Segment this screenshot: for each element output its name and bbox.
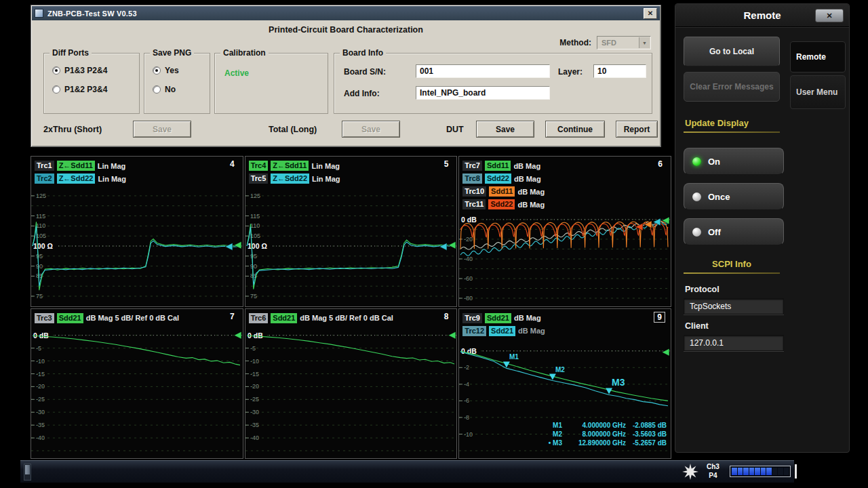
window-titlebar[interactable]: ZNB-PCB-Test SW V0.53 ✕: [32, 6, 660, 20]
system-star-icon[interactable]: [682, 463, 699, 481]
clear-error-messages-button[interactable]: Clear Error Messages: [684, 72, 780, 102]
trace-name-chip[interactable]: Trc2: [35, 174, 54, 184]
svg-text:90: 90: [250, 263, 257, 270]
diagram-area-6[interactable]: -20-40-60-800 dBTrc7Sdd11dB MagTrc8Sdd22…: [458, 156, 671, 307]
svg-text:-30: -30: [250, 409, 259, 415]
trace-meas-chip[interactable]: Sdd22: [485, 174, 511, 184]
trace-meas-chip[interactable]: Z←Sdd11: [271, 161, 309, 171]
trace-meas-chip[interactable]: Sdd11: [489, 186, 515, 197]
radio-save-png-yes[interactable]: Yes: [153, 66, 179, 75]
trace-meas-chip[interactable]: Z←Sdd11: [57, 161, 95, 171]
trace-meas-chip[interactable]: Sdd21: [57, 313, 83, 323]
trace-name-chip[interactable]: Trc6: [249, 313, 269, 323]
trace-legend: Trc7Sdd11dB MagTrc8Sdd22dB MagTrc10Sdd11…: [462, 159, 545, 211]
group-title-calibration: Calibration: [220, 48, 269, 58]
diagram-number[interactable]: 4: [227, 159, 237, 169]
thru-label: 2xThru (Short): [43, 125, 102, 134]
svg-text:100 Ω: 100 Ω: [248, 242, 267, 250]
svg-text:125: 125: [36, 192, 46, 199]
svg-text:-80: -80: [464, 295, 473, 302]
progress-segment: [766, 468, 772, 475]
trace-name-chip[interactable]: Trc8: [462, 174, 482, 184]
report-button[interactable]: Report: [616, 121, 658, 138]
svg-text:-5: -5: [250, 344, 256, 351]
option-label: On: [708, 157, 720, 167]
trace-meas-chip[interactable]: Z←Sdd22: [57, 174, 96, 184]
add-info-input[interactable]: [416, 86, 550, 100]
diagram-area-5[interactable]: 12511511010595908575100 ΩTrc4Z←Sdd11Lin …: [245, 156, 458, 307]
svg-text:125: 125: [250, 192, 260, 199]
progress-segment: [755, 468, 760, 475]
trace-name-chip[interactable]: Trc3: [35, 313, 54, 323]
trace-name-chip[interactable]: Trc9: [462, 313, 482, 323]
diagram-number[interactable]: 7: [227, 312, 237, 321]
group-title-diff-ports: Diff Ports: [50, 48, 92, 58]
diagram-area-9[interactable]: -2-4-6-8-100 dBM1M2M3M14.000000 GHz-2.08…: [458, 308, 671, 460]
pcb-test-window: ZNB-PCB-Test SW V0.53 ✕ Printed-Circuit …: [31, 5, 661, 147]
svg-text:-60: -60: [464, 275, 473, 282]
update-display-once-button[interactable]: Once: [684, 183, 784, 210]
tab-user-menu[interactable]: User Menu: [790, 75, 846, 109]
radio-p1and3-p2and4[interactable]: P1&3 P2&4: [52, 66, 107, 75]
scrollbar-thumb[interactable]: [25, 465, 30, 474]
remote-close-button[interactable]: ✕: [815, 9, 844, 22]
section-divider: [684, 131, 780, 133]
svg-text:-8: -8: [464, 413, 469, 420]
layer-label: Layer:: [558, 67, 583, 77]
svg-text:110: 110: [36, 222, 45, 229]
group-title-board-info: Board Info: [340, 48, 386, 58]
trace-meas-chip[interactable]: Sdd11: [485, 161, 511, 171]
method-dropdown[interactable]: SFD ▼: [597, 36, 651, 49]
svg-text:95: 95: [36, 253, 43, 260]
radio-p1and2-p3and4[interactable]: P1&2 P3&4: [52, 85, 107, 94]
save-total-button[interactable]: Save: [342, 121, 400, 138]
svg-text:• M3: • M3: [549, 439, 563, 447]
diagram-number[interactable]: 8: [441, 312, 452, 321]
radio-save-png-no[interactable]: No: [153, 85, 176, 94]
progress-segment: [732, 468, 737, 475]
svg-text:-25: -25: [250, 396, 259, 403]
trace-meas-chip[interactable]: Sdd21: [489, 326, 515, 336]
diagram-number[interactable]: 9: [654, 312, 665, 323]
radio-dot-on: [692, 157, 701, 166]
diagram-area-7[interactable]: -5-10-15-20-25-30-35-400 dBTrc3Sdd21dB M…: [31, 308, 243, 460]
trace-format-label: dB Mag 5 dB/ Ref 0 dB Cal: [300, 314, 393, 322]
svg-text:M2: M2: [555, 365, 565, 373]
save-2xthru-button[interactable]: Save: [133, 121, 191, 138]
trace-name-chip[interactable]: Trc4: [249, 161, 269, 171]
trace-name-chip[interactable]: Trc10: [462, 186, 486, 197]
svg-text:-10: -10: [36, 357, 45, 364]
svg-text:-10: -10: [250, 357, 259, 364]
trace-meas-chip[interactable]: Sdd22: [488, 199, 515, 209]
diagram-number[interactable]: 5: [441, 159, 452, 169]
continue-button[interactable]: Continue: [545, 121, 605, 138]
svg-text:75: 75: [36, 293, 43, 300]
trace-name-chip[interactable]: Trc7: [462, 161, 482, 171]
option-label: Once: [708, 192, 730, 202]
trace-meas-chip[interactable]: Sdd21: [485, 313, 511, 323]
svg-text:100 Ω: 100 Ω: [33, 242, 53, 250]
trace-name-chip[interactable]: Trc1: [35, 161, 54, 171]
layer-input[interactable]: [593, 64, 646, 78]
board-sn-label: Board S/N:: [344, 67, 386, 77]
trace-name-chip[interactable]: Trc11: [462, 199, 486, 209]
window-close-button[interactable]: ✕: [644, 8, 657, 19]
svg-text:90: 90: [36, 263, 43, 270]
diagram-area-4[interactable]: 12511511010595908575100 ΩTrc1Z←Sdd11Lin …: [31, 156, 243, 307]
trace-meas-chip[interactable]: Sdd21: [271, 313, 297, 323]
diagram-number[interactable]: 6: [655, 159, 665, 169]
board-sn-input[interactable]: [416, 64, 550, 78]
remote-panel: Remote ✕ Go to Local Clear Error Message…: [675, 3, 850, 453]
diagram-area-8[interactable]: -5-10-15-20-25-30-35-400 dBTrc6Sdd21dB M…: [245, 308, 458, 460]
update-display-off-button[interactable]: Off: [684, 218, 784, 245]
section-divider: [684, 272, 780, 274]
go-to-local-button[interactable]: Go to Local: [684, 37, 780, 66]
tab-remote[interactable]: Remote: [790, 41, 846, 73]
trace-name-chip[interactable]: Trc5: [249, 174, 269, 184]
dut-label: DUT: [446, 125, 464, 134]
trace-meas-chip[interactable]: Z←Sdd22: [271, 174, 309, 184]
save-dut-button[interactable]: Save: [476, 121, 534, 138]
scrollbar[interactable]: [24, 464, 31, 481]
update-display-on-button[interactable]: On: [684, 148, 784, 175]
trace-name-chip[interactable]: Trc12: [462, 326, 486, 336]
